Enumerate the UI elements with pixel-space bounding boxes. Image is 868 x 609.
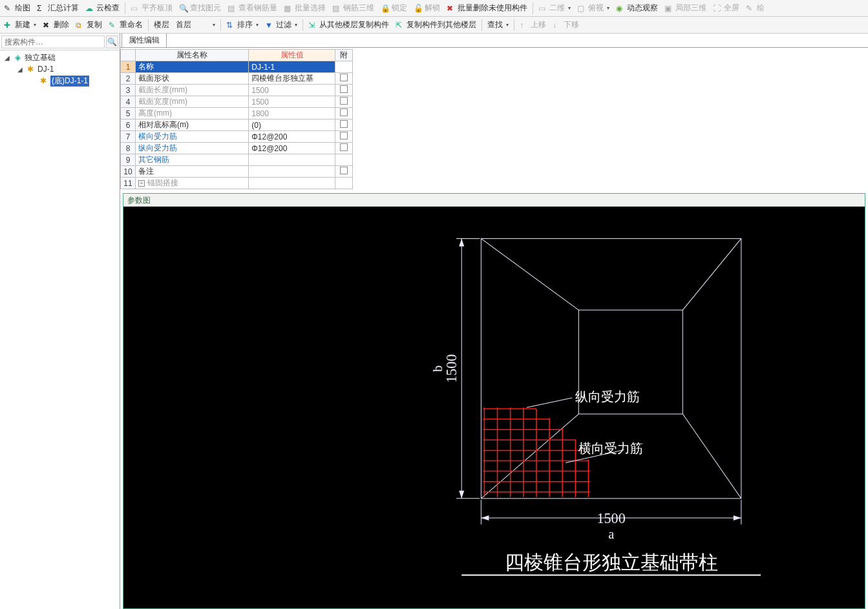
- movedown-button[interactable]: ↓下移: [550, 18, 582, 32]
- 2d-button[interactable]: ▭二维▾: [536, 1, 573, 15]
- grid-value-cell[interactable]: 1500: [249, 85, 335, 96]
- grid-value-cell[interactable]: Φ12@200: [249, 143, 335, 154]
- rename-button[interactable]: ✎重命名: [106, 18, 145, 32]
- grid-value-cell[interactable]: 1800: [249, 108, 335, 119]
- collapse-icon[interactable]: ◢: [17, 66, 23, 73]
- grid-value-cell[interactable]: DJ-1-1: [249, 61, 335, 73]
- search-input[interactable]: [1, 36, 105, 48]
- grid-name-cell[interactable]: 横向受力筋: [136, 131, 249, 143]
- flushslab-button[interactable]: ▭平齐板顶: [128, 1, 175, 15]
- grid-header-value[interactable]: 属性值: [249, 50, 335, 61]
- grid-row[interactable]: 6相对底标高(m)(0): [121, 119, 353, 131]
- search-button[interactable]: 🔍: [106, 36, 118, 48]
- grid-attach-cell[interactable]: [335, 166, 353, 178]
- grid-rownum[interactable]: 9: [121, 154, 136, 166]
- grid-name-cell[interactable]: 高度(mm): [136, 108, 249, 119]
- copy-button[interactable]: ⧉复制: [73, 18, 105, 32]
- dynview-button[interactable]: ◉动态观察: [613, 1, 661, 15]
- grid-attach-cell[interactable]: [335, 178, 353, 189]
- grid-row[interactable]: 3截面长度(mm)1500: [121, 85, 353, 96]
- grid-row[interactable]: 2截面形状四棱锥台形独立基: [121, 73, 353, 85]
- grid-row[interactable]: 9其它钢筋: [121, 154, 353, 166]
- grid-row[interactable]: 11+锚固搭接: [121, 178, 353, 189]
- grid-value-cell[interactable]: Φ12@200: [249, 131, 335, 143]
- checkbox[interactable]: [340, 74, 348, 81]
- grid-name-cell[interactable]: 截面宽度(mm): [136, 96, 249, 108]
- floor-select[interactable]: 首层▾: [173, 18, 218, 32]
- grid-rownum[interactable]: 4: [121, 96, 136, 108]
- grid-name-cell[interactable]: 截面形状: [136, 73, 249, 85]
- grid-name-cell[interactable]: 备注: [136, 166, 249, 178]
- checkbox[interactable]: [340, 97, 348, 105]
- sumcalc-button[interactable]: Σ汇总计算: [34, 1, 81, 15]
- tab-property-edit[interactable]: 属性编辑: [122, 34, 167, 47]
- grid-attach-cell[interactable]: [335, 61, 353, 73]
- tree-item-dj1[interactable]: ◢ ✱ DJ-1: [1, 63, 118, 75]
- expand-icon[interactable]: +: [138, 180, 145, 187]
- topview-button[interactable]: ▢俯视▾: [575, 1, 612, 15]
- grid-attach-cell[interactable]: [335, 73, 353, 85]
- grid-rownum[interactable]: 8: [121, 143, 136, 154]
- grid-row[interactable]: 7横向受力筋Φ12@200: [121, 131, 353, 143]
- checkbox[interactable]: [340, 120, 348, 128]
- grid-name-cell[interactable]: 其它钢筋: [136, 154, 249, 166]
- grid-header-attach[interactable]: 附: [335, 50, 353, 61]
- delete-button[interactable]: ✖删除: [40, 18, 72, 32]
- grid-name-cell[interactable]: 纵向受力筋: [136, 143, 249, 154]
- batchsel-button[interactable]: ▦批量选择: [281, 1, 328, 15]
- grid-value-cell[interactable]: (0): [249, 119, 335, 131]
- tree-item-dj1-1[interactable]: ✱ (底)DJ-1-1: [1, 75, 118, 87]
- rebar3d-button[interactable]: ▨钢筋三维: [330, 1, 377, 15]
- grid-row[interactable]: 8纵向受力筋Φ12@200: [121, 143, 353, 154]
- checkbox[interactable]: [340, 143, 348, 151]
- grid-name-cell[interactable]: 相对底标高(m): [136, 119, 249, 131]
- sort-button[interactable]: ⇅排序▾: [224, 18, 261, 32]
- grid-rownum[interactable]: 5: [121, 108, 136, 119]
- grid-row[interactable]: 5高度(mm)1800: [121, 108, 353, 119]
- grid-rownum[interactable]: 1: [121, 61, 136, 73]
- checkbox[interactable]: [340, 132, 348, 139]
- local3d-button[interactable]: ▣局部三维: [662, 1, 709, 15]
- cloudcheck-button[interactable]: ☁云检查: [83, 1, 122, 15]
- grid-header-name[interactable]: 属性名称: [136, 50, 249, 61]
- tree-root[interactable]: ◢ ◈ 独立基础: [1, 52, 118, 63]
- moveup-button[interactable]: ↑上移: [517, 18, 549, 32]
- copyto-button[interactable]: ⇱复制构件到其他楼层: [393, 18, 479, 32]
- grid-rownum[interactable]: 6: [121, 119, 136, 131]
- batchdel-button[interactable]: ✖批量删除未使用构件: [444, 1, 530, 15]
- grid-rownum[interactable]: 10: [121, 166, 136, 178]
- checkbox[interactable]: [340, 167, 348, 174]
- checkbox[interactable]: [340, 108, 348, 116]
- grid-attach-cell[interactable]: [335, 85, 353, 96]
- draw-end-button[interactable]: ✎绘: [743, 1, 767, 15]
- grid-value-cell[interactable]: 四棱锥台形独立基: [249, 73, 335, 85]
- grid-row[interactable]: 10备注: [121, 166, 353, 178]
- grid-attach-cell[interactable]: [335, 143, 353, 154]
- grid-value-cell[interactable]: [249, 154, 335, 166]
- grid-rownum[interactable]: 11: [121, 178, 136, 189]
- new-button[interactable]: ✚新建▾: [1, 18, 39, 32]
- grid-row[interactable]: 1名称DJ-1-1: [121, 61, 353, 73]
- grid-value-cell[interactable]: [249, 178, 335, 189]
- grid-rownum[interactable]: 2: [121, 73, 136, 85]
- grid-value-cell[interactable]: 1500: [249, 96, 335, 108]
- grid-attach-cell[interactable]: [335, 96, 353, 108]
- draw-button[interactable]: ✎绘图: [1, 1, 33, 15]
- grid-attach-cell[interactable]: [335, 108, 353, 119]
- fullscreen-button[interactable]: ⛶全屏: [710, 1, 742, 15]
- copyfrom-button[interactable]: ⇲从其他楼层复制构件: [306, 18, 392, 32]
- lock-button[interactable]: 🔒锁定: [378, 1, 410, 15]
- grid-row[interactable]: 4截面宽度(mm)1500: [121, 96, 353, 108]
- grid-attach-cell[interactable]: [335, 131, 353, 143]
- unlock-button[interactable]: 🔓解锁: [411, 1, 443, 15]
- viewrebar-button[interactable]: ▤查看钢筋量: [225, 1, 280, 15]
- grid-name-cell[interactable]: 截面长度(mm): [136, 85, 249, 96]
- filter-button[interactable]: ▼过滤▾: [262, 18, 300, 32]
- grid-attach-cell[interactable]: [335, 154, 353, 166]
- checkbox[interactable]: [340, 85, 348, 93]
- grid-value-cell[interactable]: [249, 166, 335, 178]
- grid-rownum[interactable]: 7: [121, 131, 136, 143]
- findelem-button[interactable]: 🔍查找图元: [176, 1, 224, 15]
- grid-rownum[interactable]: 3: [121, 85, 136, 96]
- grid-name-cell[interactable]: +锚固搭接: [136, 178, 249, 189]
